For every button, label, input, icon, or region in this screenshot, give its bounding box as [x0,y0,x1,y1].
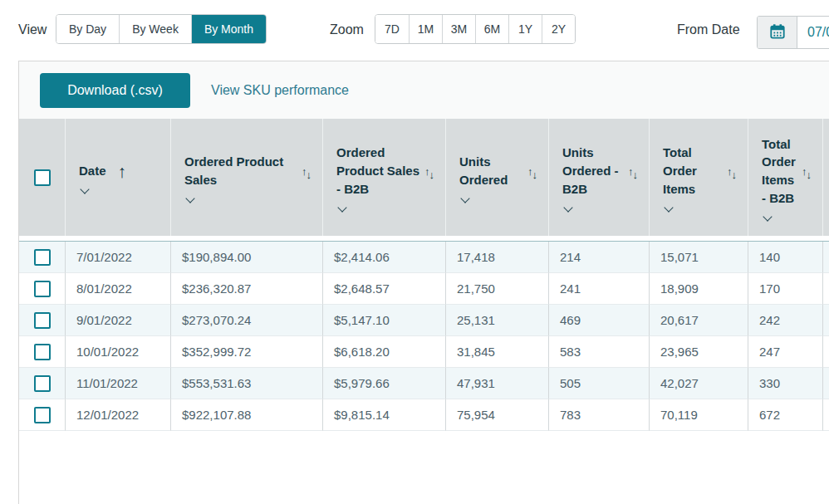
column-label: Ordered Product Sales - B2B [336,144,424,198]
column-menu-chevron-icon[interactable] [664,203,673,212]
column-label: Total Order Items [663,144,727,198]
cell-units_ordered_b2b: 505 [549,368,650,399]
cell-ordered_product_sales_b2b: $2,414.06 [323,242,446,273]
cell-total_order_items: 23,965 [650,336,748,368]
cell-ordered_product_sales: $922,107.88 [171,399,323,431]
cell-total_order_items_b2b: 672 [748,399,823,431]
cell-total_order_items: 15,071 [650,242,748,273]
table-body: 7/01/2022$190,894.00$2,414.0617,41821415… [19,241,829,431]
zoom-1m-button[interactable]: 1M [409,15,442,43]
row-checkbox[interactable] [34,375,51,392]
sort-icon[interactable]: ↑↓ [727,164,737,178]
cell-total_order_items: 20,617 [650,305,748,336]
from-date-control: 07/0 [757,16,829,49]
cell-ordered_product_sales_b2b: $6,618.20 [323,336,446,368]
row-checkbox[interactable] [34,249,51,266]
cell-ordered_product_sales: $190,894.00 [171,242,323,273]
column-label: Units Ordered - B2B [562,144,628,198]
panel-toolbar: Download (.csv) View SKU performance [19,61,829,119]
sort-icon[interactable]: ↑↓ [424,164,434,178]
cell-stub [823,305,829,336]
view-by-month-button[interactable]: By Month [191,15,266,43]
sort-icon[interactable]: ↑↓ [302,164,311,178]
column-header-ordered_product_sales_b2b[interactable]: Ordered Product Sales - B2B↑↓ [323,119,446,236]
column-header-units_ordered_b2b[interactable]: Units Ordered - B2B↑↓ [549,119,650,236]
zoom-2y-button[interactable]: 2Y [542,15,575,43]
column-header-total_order_items_b2b[interactable]: Total Order Items - B2B↑↓ [748,119,823,236]
view-button-group: By DayBy WeekBy Month [56,14,267,44]
cell-total_order_items: 18,909 [650,273,748,305]
zoom-6m-button[interactable]: 6M [475,15,508,43]
zoom-label: Zoom [330,22,364,37]
zoom-3m-button[interactable]: 3M [442,15,475,43]
column-menu-chevron-icon[interactable] [460,193,469,203]
zoom-7d-button[interactable]: 7D [375,15,409,43]
cell-ordered_product_sales: $236,320.87 [171,273,323,305]
download-csv-button[interactable]: Download (.csv) [40,73,190,108]
column-menu-chevron-icon[interactable] [563,203,572,212]
cell-total_order_items: 70,119 [650,399,748,431]
cell-ordered_product_sales_b2b: $9,815.14 [323,399,446,431]
select-all-checkbox[interactable] [34,169,51,186]
view-by-day-button[interactable]: By Day [56,15,119,43]
cell-units_ordered: 47,931 [446,368,549,399]
cell-ordered_product_sales_b2b: $5,979.66 [323,368,446,399]
row-select-cell [19,368,66,399]
cell-units_ordered: 75,954 [446,399,549,431]
cell-date: 8/01/2022 [66,273,171,305]
sort-ascending-icon[interactable]: ↑ [118,163,127,180]
sort-icon[interactable]: ↑↓ [802,164,812,178]
row-checkbox[interactable] [34,344,51,360]
cell-total_order_items_b2b: 330 [748,368,823,399]
column-header-total_order_items[interactable]: Total Order Items↑↓ [650,119,748,236]
sort-icon[interactable]: ↑↓ [527,164,537,178]
calendar-button[interactable] [758,17,797,48]
table-row: 10/01/2022$352,999.72$6,618.2031,8455832… [19,336,829,368]
cell-units_ordered: 25,131 [446,305,549,336]
cell-total_order_items: 42,027 [650,368,748,399]
cell-date: 10/01/2022 [66,336,171,368]
calendar-icon [768,22,787,43]
column-menu-chevron-icon[interactable] [80,184,89,193]
column-label: Units Ordered [459,153,527,189]
row-checkbox[interactable] [34,281,51,297]
cell-date: 11/01/2022 [66,368,171,399]
table-row: 12/01/2022$922,107.88$9,815.1475,9547837… [19,399,829,431]
table-row: 11/01/2022$553,531.63$5,979.6647,9315054… [19,368,829,399]
cell-ordered_product_sales_b2b: $2,648.57 [323,273,446,305]
cell-ordered_product_sales: $352,999.72 [171,336,323,368]
row-select-cell [19,273,66,305]
table-row: 8/01/2022$236,320.87$2,648.5721,75024118… [19,273,829,305]
column-header-ordered_product_sales[interactable]: Ordered Product Sales↑↓ [171,119,323,236]
row-checkbox[interactable] [34,407,51,423]
column-menu-chevron-icon[interactable] [337,203,346,212]
column-header-date[interactable]: Date↑ [66,119,171,236]
table-header-row: Date↑Ordered Product Sales↑↓Ordered Prod… [19,119,829,236]
cell-stub [823,336,829,368]
row-checkbox[interactable] [34,312,51,329]
from-date-input[interactable]: 07/0 [797,17,829,48]
column-header-stub [823,119,829,236]
report-panel: Download (.csv) View SKU performance Dat… [18,61,829,504]
cell-units_ordered_b2b: 583 [549,336,650,368]
column-menu-chevron-icon[interactable] [185,193,194,203]
top-toolbar: View By DayBy WeekBy Month Zoom 7D1M3M6M… [0,0,829,61]
row-select-cell [19,399,66,431]
column-menu-chevron-icon[interactable] [763,212,772,221]
cell-date: 12/01/2022 [66,399,171,431]
view-by-week-button[interactable]: By Week [119,15,191,43]
cell-stub [823,273,829,305]
sort-icon[interactable]: ↑↓ [628,164,638,178]
zoom-button-group: 7D1M3M6M1Y2Y [375,14,576,44]
view-sku-performance-link[interactable]: View SKU performance [211,83,349,98]
from-date-label: From Date [677,22,740,37]
column-label: Total Order Items - B2B [762,135,802,208]
column-header-units_ordered[interactable]: Units Ordered↑↓ [446,119,549,236]
cell-units_ordered: 21,750 [446,273,549,305]
cell-total_order_items_b2b: 247 [748,336,823,368]
select-all-header-cell [19,119,66,236]
cell-date: 9/01/2022 [66,305,171,336]
cell-total_order_items_b2b: 242 [748,305,823,336]
zoom-1y-button[interactable]: 1Y [508,15,542,43]
page: View By DayBy WeekBy Month Zoom 7D1M3M6M… [0,0,829,504]
